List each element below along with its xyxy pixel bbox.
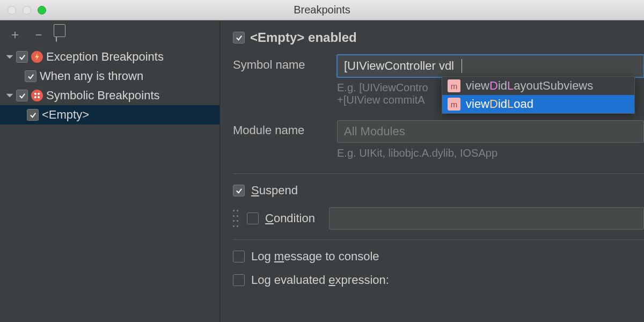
close-icon[interactable] xyxy=(8,6,16,14)
remove-button[interactable]: － xyxy=(32,28,45,41)
window-title: Breakpoints xyxy=(294,4,350,16)
log-expression-row[interactable]: Log evaluated expression: xyxy=(233,273,644,287)
symbol-name-label: Symbol name xyxy=(233,55,330,72)
copy-icon xyxy=(56,26,57,42)
method-icon: m xyxy=(448,98,460,111)
chevron-down-icon xyxy=(5,53,14,61)
condition-input[interactable] xyxy=(329,207,644,230)
autocomplete-popup: m viewDidLayoutSubviews m viewDidLoad xyxy=(442,76,635,114)
condition-label: Condition xyxy=(265,211,315,225)
log-expression-label: Log evaluated expression: xyxy=(251,273,389,287)
autocomplete-text: viewDidLoad xyxy=(466,97,533,111)
minimize-icon[interactable] xyxy=(23,6,31,14)
tree-item-when-any-thrown[interactable]: When any is thrown xyxy=(0,67,219,86)
chevron-down-icon xyxy=(5,91,14,100)
module-name-input[interactable] xyxy=(337,120,644,143)
enabled-checkbox[interactable] xyxy=(233,32,245,43)
exception-breakpoint-icon xyxy=(31,51,43,63)
tree-item-empty[interactable]: <Empty> xyxy=(0,105,219,125)
method-icon: m xyxy=(448,79,460,92)
item-label: When any is thrown xyxy=(40,69,143,83)
suspend-checkbox[interactable] xyxy=(233,185,245,196)
detail-panel: <Empty> enabled Symbol name m viewDidLay… xyxy=(220,20,644,322)
autocomplete-item[interactable]: m viewDidLoad xyxy=(442,95,634,113)
drag-handle-icon[interactable] xyxy=(233,210,238,227)
condition-row[interactable]: Condition xyxy=(233,207,644,230)
log-message-label: Log message to console xyxy=(251,250,379,264)
checkbox[interactable] xyxy=(25,70,36,82)
group-label: Symbolic Breakpoints xyxy=(46,89,160,103)
maximize-icon[interactable] xyxy=(38,6,46,14)
header-row: <Empty> enabled xyxy=(233,30,644,45)
condition-checkbox[interactable] xyxy=(247,213,259,224)
autocomplete-item[interactable]: m viewDidLayoutSubviews xyxy=(442,77,634,95)
breakpoint-tree: Exception Breakpoints When any is thrown… xyxy=(0,46,219,126)
separator xyxy=(233,173,644,174)
symbolic-breakpoint-icon xyxy=(31,90,43,101)
checkbox[interactable] xyxy=(27,109,39,121)
sidebar-toolbar: ＋ － xyxy=(0,20,219,46)
module-name-label: Module name xyxy=(233,120,330,137)
autocomplete-text: viewDidLayoutSubviews xyxy=(466,79,593,93)
copy-button[interactable] xyxy=(56,28,57,41)
tree-group-exception[interactable]: Exception Breakpoints xyxy=(0,47,219,67)
titlebar: Breakpoints xyxy=(0,0,644,20)
log-message-row[interactable]: Log message to console xyxy=(233,250,644,264)
separator xyxy=(233,239,644,240)
checkbox[interactable] xyxy=(16,90,28,101)
group-label: Exception Breakpoints xyxy=(46,50,164,64)
suspend-label: Suspend xyxy=(251,184,298,197)
tree-group-symbolic[interactable]: Symbolic Breakpoints xyxy=(0,86,219,105)
log-message-checkbox[interactable] xyxy=(233,251,245,262)
suspend-row[interactable]: Suspend xyxy=(233,184,644,197)
item-label: <Empty> xyxy=(42,108,89,122)
checkbox[interactable] xyxy=(16,51,28,63)
add-button[interactable]: ＋ xyxy=(9,28,21,41)
header-label: <Empty> enabled xyxy=(250,30,357,45)
sidebar: ＋ － Exception Breakpoints xyxy=(0,20,220,322)
symbol-name-input[interactable] xyxy=(337,55,644,77)
module-hint: E.g. UIKit, libobjc.A.dylib, IOSApp xyxy=(337,147,644,159)
log-expression-checkbox[interactable] xyxy=(233,274,245,286)
text-cursor xyxy=(462,59,462,73)
window-controls xyxy=(0,6,46,14)
